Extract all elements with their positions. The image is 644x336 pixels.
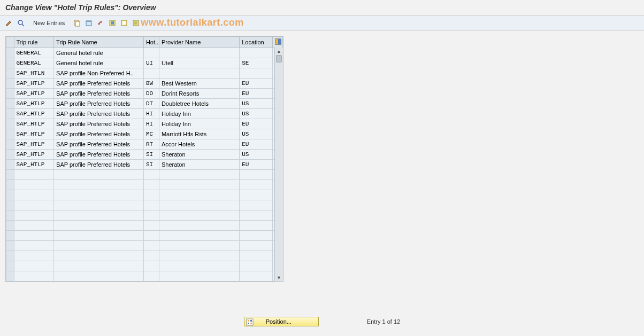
cell-empty[interactable] [14, 210, 54, 221]
cell-provider-name[interactable]: Best Western [159, 79, 239, 89]
cell-empty[interactable] [14, 190, 54, 200]
cell-trip-rule[interactable]: GENERAL [14, 58, 54, 68]
cell-empty[interactable] [54, 221, 144, 231]
table-row-empty[interactable] [6, 251, 283, 261]
cell-empty[interactable] [240, 170, 273, 180]
cell-empty[interactable] [14, 251, 54, 261]
cell-trip-rule[interactable]: SAP_HTLP [14, 109, 54, 119]
cell-empty[interactable] [14, 180, 54, 190]
cell-empty[interactable] [143, 170, 159, 180]
cell-provider-name[interactable] [159, 48, 239, 58]
cell-empty[interactable] [143, 180, 159, 190]
cell-trip-rule-name[interactable]: SAP profile Preferred Hotels [54, 109, 144, 119]
table-row[interactable]: GENERALGeneral hotel ruleUIUtellSE [6, 58, 283, 68]
cell-location[interactable]: US [240, 99, 273, 109]
cell-empty[interactable] [159, 271, 239, 282]
cell-empty[interactable] [14, 221, 54, 231]
row-selector[interactable] [6, 79, 14, 89]
table-settings-icon[interactable] [275, 38, 281, 45]
column-header-trip-rule-name[interactable]: Trip Rule Name [54, 37, 144, 48]
cell-hot[interactable]: BW [143, 79, 159, 89]
cell-trip-rule[interactable]: SAP_HTLN [14, 68, 54, 79]
row-selector[interactable] [6, 221, 14, 231]
cell-trip-rule-name[interactable]: General hotel rule [54, 48, 144, 58]
cell-hot[interactable]: HI [143, 119, 159, 129]
table-row-empty[interactable] [6, 261, 283, 271]
row-selector[interactable] [6, 119, 14, 129]
cell-empty[interactable] [240, 261, 273, 271]
scroll-down-arrow[interactable]: ▼ [275, 275, 283, 280]
cell-trip-rule[interactable]: SAP_HTLP [14, 160, 54, 170]
cell-hot[interactable]: SI [143, 160, 159, 170]
cell-empty[interactable] [143, 261, 159, 271]
cell-trip-rule-name[interactable]: SAP profile Preferred Hotels [54, 99, 144, 109]
cell-empty[interactable] [159, 180, 239, 190]
cell-trip-rule[interactable]: SAP_HTLP [14, 89, 54, 99]
cell-provider-name[interactable]: Marriott Htls Rsts [159, 129, 239, 139]
table-row[interactable]: SAP_HTLPSAP profile Preferred HotelsHIHo… [6, 109, 283, 119]
table-row-empty[interactable] [6, 241, 283, 251]
cell-trip-rule[interactable]: SAP_HTLP [14, 129, 54, 139]
cell-provider-name[interactable]: Holiday Inn [159, 109, 239, 119]
column-header-location[interactable]: Location [240, 37, 273, 48]
cell-empty[interactable] [54, 241, 144, 251]
column-header-hot[interactable]: Hot... [143, 37, 159, 48]
cell-empty[interactable] [143, 210, 159, 221]
row-selector[interactable] [6, 210, 14, 221]
table-row-empty[interactable] [6, 271, 283, 282]
select-all-icon[interactable] [108, 18, 117, 28]
row-selector[interactable] [6, 271, 14, 282]
cell-empty[interactable] [14, 271, 54, 282]
table-row[interactable]: SAP_HTLPSAP profile Preferred HotelsSISh… [6, 160, 283, 170]
row-selector[interactable] [6, 99, 14, 109]
column-header-trip-rule[interactable]: Trip rule [14, 37, 54, 48]
cell-trip-rule[interactable]: SAP_HTLP [14, 119, 54, 129]
cell-empty[interactable] [240, 190, 273, 200]
cell-trip-rule[interactable]: GENERAL [14, 48, 54, 58]
cell-location[interactable]: US [240, 109, 273, 119]
cell-trip-rule[interactable]: SAP_HTLP [14, 79, 54, 89]
cell-trip-rule[interactable]: SAP_HTLP [14, 139, 54, 150]
row-selector[interactable] [6, 180, 14, 190]
scroll-thumb[interactable] [276, 55, 282, 62]
row-selector[interactable] [6, 160, 14, 170]
cell-location[interactable]: US [240, 129, 273, 139]
column-header-provider-name[interactable]: Provider Name [159, 37, 239, 48]
print-layout-icon[interactable] [131, 18, 141, 28]
row-selector[interactable] [6, 261, 14, 271]
row-selector[interactable] [6, 231, 14, 241]
cell-hot[interactable]: DT [143, 99, 159, 109]
cell-empty[interactable] [14, 200, 54, 210]
row-selector[interactable] [6, 200, 14, 210]
cell-location[interactable]: EU [240, 160, 273, 170]
cell-provider-name[interactable]: Doubletree Hotels [159, 99, 239, 109]
cell-empty[interactable] [240, 200, 273, 210]
cell-provider-name[interactable]: Dorint Resorts [159, 89, 239, 99]
cell-location[interactable]: EU [240, 89, 273, 99]
table-row-empty[interactable] [6, 170, 283, 180]
table-row-empty[interactable] [6, 221, 283, 231]
table-row-empty[interactable] [6, 231, 283, 241]
cell-empty[interactable] [143, 221, 159, 231]
cell-empty[interactable] [54, 170, 144, 180]
row-selector[interactable] [6, 150, 14, 160]
cell-location[interactable]: EU [240, 79, 273, 89]
cell-trip-rule[interactable]: SAP_HTLP [14, 150, 54, 160]
table-row[interactable]: SAP_HTLNSAP profile Non-Preferred H.. [6, 68, 283, 79]
cell-provider-name[interactable]: Utell [159, 58, 239, 68]
cell-trip-rule-name[interactable]: General hotel rule [54, 58, 144, 68]
cell-trip-rule-name[interactable]: SAP profile Preferred Hotels [54, 129, 144, 139]
cell-hot[interactable]: SI [143, 150, 159, 160]
cell-trip-rule-name[interactable]: SAP profile Preferred Hotels [54, 89, 144, 99]
cell-empty[interactable] [54, 200, 144, 210]
cell-empty[interactable] [143, 190, 159, 200]
undo-icon[interactable] [96, 18, 105, 28]
cell-empty[interactable] [54, 190, 144, 200]
cell-empty[interactable] [159, 170, 239, 180]
cell-provider-name[interactable] [159, 68, 239, 79]
cell-trip-rule[interactable]: SAP_HTLP [14, 99, 54, 109]
copy-icon[interactable] [72, 18, 82, 28]
row-selector[interactable] [6, 48, 14, 58]
cell-empty[interactable] [143, 271, 159, 282]
cell-empty[interactable] [54, 210, 144, 221]
